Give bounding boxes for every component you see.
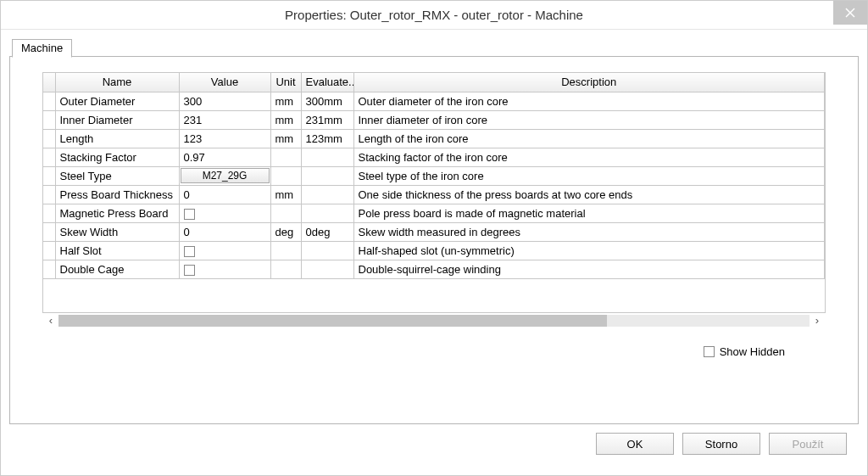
cell-evaluate xyxy=(301,241,353,260)
cell-value[interactable]: 123 xyxy=(179,129,270,148)
cell-evaluate xyxy=(301,148,353,166)
cell-evaluate: 231mm xyxy=(301,110,353,129)
checkbox-icon[interactable] xyxy=(184,246,195,257)
row-gutter xyxy=(43,110,55,129)
close-button[interactable] xyxy=(833,1,867,25)
table-row[interactable]: Length123mm123mmLength of the iron core xyxy=(43,129,825,148)
cell-value[interactable]: 231 xyxy=(179,110,270,129)
titlebar: Properties: Outer_rotor_RMX - outer_roto… xyxy=(1,1,867,30)
row-gutter xyxy=(43,185,55,204)
tab-strip: Machine xyxy=(9,36,859,57)
cell-description: Stacking factor of the iron core xyxy=(353,148,825,166)
table-row[interactable]: Stacking Factor0.97Stacking factor of th… xyxy=(43,148,825,166)
apply-button[interactable]: Použít xyxy=(769,433,847,455)
table-header-row: Name Value Unit Evaluate... Description xyxy=(43,73,825,92)
show-hidden-row: Show Hidden xyxy=(42,345,826,358)
cell-description: Double-squirrel-cage winding xyxy=(353,260,825,278)
cell-description: Outer diameter of the iron core xyxy=(353,92,825,110)
cell-description: Pole press board is made of magnetic mat… xyxy=(353,204,825,222)
tab-page-machine: Name Value Unit Evaluate... Description … xyxy=(9,56,859,424)
cell-name: Stacking Factor xyxy=(55,148,179,166)
row-gutter xyxy=(43,222,55,241)
row-gutter xyxy=(43,148,55,166)
cell-evaluate: 123mm xyxy=(301,129,353,148)
value-picker-button[interactable]: M27_29G xyxy=(181,168,270,183)
table-row[interactable]: Half SlotHalf-shaped slot (un-symmetric) xyxy=(43,241,825,260)
row-gutter xyxy=(43,260,55,278)
window-title: Properties: Outer_rotor_RMX - outer_roto… xyxy=(285,8,583,22)
cell-value[interactable] xyxy=(179,204,270,222)
cell-description: Length of the iron core xyxy=(353,129,825,148)
scroll-thumb[interactable] xyxy=(58,315,607,327)
cell-name: Press Board Thickness xyxy=(55,185,179,204)
dialog-button-row: OK Storno Použít xyxy=(9,424,859,467)
col-name[interactable]: Name xyxy=(55,73,179,92)
cell-name: Magnetic Press Board xyxy=(55,204,179,222)
col-description[interactable]: Description xyxy=(353,73,825,92)
cell-value[interactable]: M27_29G xyxy=(179,166,270,185)
cell-value[interactable]: 0 xyxy=(179,222,270,241)
cell-name: Half Slot xyxy=(55,241,179,260)
table-row[interactable]: Outer Diameter300mm300mmOuter diameter o… xyxy=(43,92,825,110)
table-row[interactable]: Magnetic Press BoardPole press board is … xyxy=(43,204,825,222)
table-row[interactable]: Double CageDouble-squirrel-cage winding xyxy=(43,260,825,278)
scroll-right-arrow[interactable]: › xyxy=(810,313,825,328)
row-gutter xyxy=(43,166,55,185)
cell-unit xyxy=(270,148,301,166)
cell-name: Skew Width xyxy=(55,222,179,241)
tab-machine[interactable]: Machine xyxy=(12,39,72,58)
cell-name: Inner Diameter xyxy=(55,110,179,129)
cell-description: One side thickness of the press boards a… xyxy=(353,185,825,204)
cell-evaluate: 0deg xyxy=(301,222,353,241)
table-row[interactable]: Inner Diameter231mm231mmInner diameter o… xyxy=(43,110,825,129)
col-evaluate[interactable]: Evaluate... xyxy=(301,73,353,92)
table-row[interactable]: Skew Width0deg0degSkew width measured in… xyxy=(43,222,825,241)
scroll-left-arrow[interactable]: ‹ xyxy=(43,313,58,328)
cell-value[interactable]: 0.97 xyxy=(179,148,270,166)
show-hidden-label: Show Hidden xyxy=(720,345,785,358)
checkbox-icon[interactable] xyxy=(184,209,195,220)
cell-evaluate xyxy=(301,185,353,204)
cell-evaluate: 300mm xyxy=(301,92,353,110)
checkbox-icon xyxy=(704,346,715,357)
cell-description: Inner diameter of iron core xyxy=(353,110,825,129)
show-hidden-checkbox[interactable]: Show Hidden xyxy=(704,345,785,358)
close-icon xyxy=(845,8,855,18)
content-area: Machine Name Value xyxy=(1,30,867,475)
cell-name: Outer Diameter xyxy=(55,92,179,110)
cell-evaluate xyxy=(301,166,353,185)
row-gutter xyxy=(43,241,55,260)
scroll-track[interactable] xyxy=(58,315,810,327)
cell-unit: deg xyxy=(270,222,301,241)
cell-description: Half-shaped slot (un-symmetric) xyxy=(353,241,825,260)
grid-blank-area xyxy=(42,279,826,313)
table-row[interactable]: Steel TypeM27_29GSteel type of the iron … xyxy=(43,166,825,185)
cell-value[interactable] xyxy=(179,260,270,278)
cell-name: Length xyxy=(55,129,179,148)
ok-button[interactable]: OK xyxy=(596,433,674,455)
horizontal-scrollbar[interactable]: ‹ › xyxy=(42,313,826,328)
cell-value[interactable] xyxy=(179,241,270,260)
cell-evaluate xyxy=(301,204,353,222)
property-grid: Name Value Unit Evaluate... Description … xyxy=(42,72,826,279)
col-value[interactable]: Value xyxy=(179,73,270,92)
cell-unit xyxy=(270,204,301,222)
cell-description: Steel type of the iron core xyxy=(353,166,825,185)
cell-name: Steel Type xyxy=(55,166,179,185)
row-gutter xyxy=(43,129,55,148)
cell-value[interactable]: 0 xyxy=(179,185,270,204)
table-row[interactable]: Press Board Thickness0mmOne side thickne… xyxy=(43,185,825,204)
row-gutter xyxy=(43,92,55,110)
cell-evaluate xyxy=(301,260,353,278)
cell-unit: mm xyxy=(270,129,301,148)
cell-value[interactable]: 300 xyxy=(179,92,270,110)
col-gutter xyxy=(43,73,55,92)
properties-dialog: Properties: Outer_rotor_RMX - outer_roto… xyxy=(0,0,868,476)
tab-region: Machine Name Value xyxy=(9,36,859,424)
checkbox-icon[interactable] xyxy=(184,265,195,276)
col-unit[interactable]: Unit xyxy=(270,73,301,92)
cell-unit xyxy=(270,166,301,185)
cell-description: Skew width measured in degrees xyxy=(353,222,825,241)
row-gutter xyxy=(43,204,55,222)
cancel-button[interactable]: Storno xyxy=(682,433,760,455)
